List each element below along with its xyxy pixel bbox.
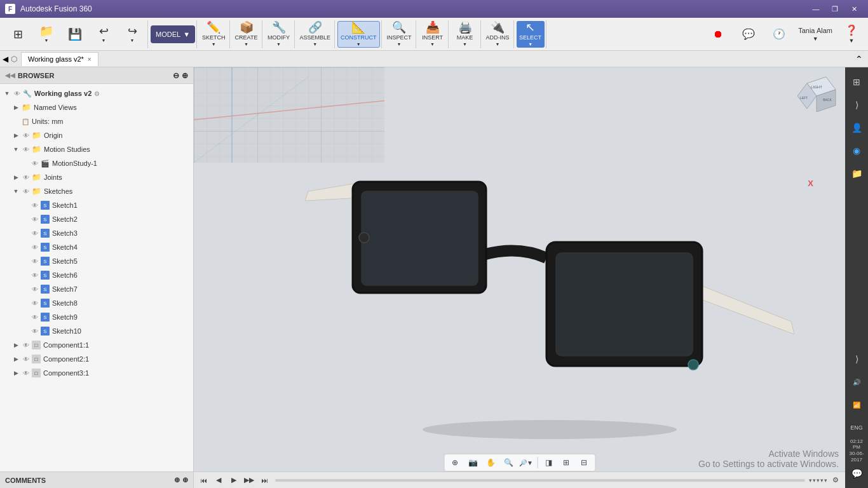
app-icon: F: [5, 4, 15, 14]
close-button[interactable]: ✕: [845, 3, 863, 15]
insert-label: INSERT: [422, 34, 443, 41]
user-button[interactable]: Tania Alam▼: [796, 21, 835, 48]
tab-back-arrow[interactable]: ◀: [3, 55, 8, 64]
tree-root[interactable]: ▼ 👁 🔧 Working glass v2 ⚙: [0, 86, 193, 100]
insert-button[interactable]: 📥 INSERT ▼: [419, 21, 447, 48]
tree-sketch-5[interactable]: 👁 S Sketch5: [0, 254, 193, 268]
view-button[interactable]: ⊟: [576, 456, 592, 470]
tree-sketch-3-label: Sketch3: [52, 229, 78, 237]
make-button[interactable]: 🖨️ MAKE ▼: [451, 21, 479, 48]
tree-sketch-9[interactable]: 👁 S Sketch9: [0, 310, 193, 324]
tree-joints-label: Joints: [44, 173, 62, 181]
sketch-8-icon: S: [41, 299, 50, 308]
tree-joints[interactable]: ▶ 👁 📁 Joints: [0, 170, 193, 184]
active-tab[interactable]: Working glass v2* ×: [21, 52, 98, 66]
camera-button[interactable]: 📷: [465, 456, 481, 470]
construct-label: CONSTRUCT: [341, 34, 377, 41]
comments-expand-icon[interactable]: ⊕: [182, 476, 188, 484]
tree-sketch-7-label: Sketch7: [52, 285, 78, 293]
tree-sketch-7[interactable]: 👁 S Sketch7: [0, 282, 193, 296]
right-panel-chat-button[interactable]: 💬: [847, 464, 866, 483]
tree-component-2-label: Component2:1: [43, 355, 89, 363]
clock-button[interactable]: 🕐: [765, 21, 793, 48]
tree-sketch-1-label: Sketch1: [52, 201, 78, 209]
minimize-button[interactable]: —: [807, 3, 825, 15]
zoom-button[interactable]: 🔎▼: [518, 456, 534, 470]
svg-point-12: [423, 420, 677, 439]
tree-units[interactable]: 📋 Units: mm: [0, 114, 193, 128]
pan-button[interactable]: ✋: [482, 456, 499, 470]
tab-expand-button[interactable]: ⌃: [853, 54, 865, 64]
right-panel-user-button[interactable]: 👤: [847, 118, 866, 137]
tree-named-views[interactable]: ▶ 📁 Named Views: [0, 100, 193, 114]
assemble-button[interactable]: 🔗 ASSEMBLE ▼: [297, 21, 334, 48]
undo-button[interactable]: ↩▼: [90, 21, 118, 48]
x-axis-label: X: [808, 179, 813, 188]
tree-sketches[interactable]: ▼ 👁 📁 Sketches: [0, 184, 193, 198]
addins-button[interactable]: 🔌 ADD-INS ▼: [484, 21, 512, 48]
create-button[interactable]: 📦 CREATE ▼: [233, 21, 261, 48]
tree-sketches-label: Sketches: [44, 187, 72, 195]
nav-cube[interactable]: LIGHT LEFT BACK: [794, 74, 839, 118]
save-button[interactable]: 💾: [61, 21, 89, 48]
tree-sketch-2[interactable]: 👁 S Sketch2: [0, 212, 193, 226]
zoom-fit-button[interactable]: 🔍: [500, 456, 517, 470]
tree-sketch-10[interactable]: 👁 S Sketch10: [0, 324, 193, 338]
anim-play-button[interactable]: ▶: [227, 473, 241, 487]
anim-end-button[interactable]: ⏭: [257, 473, 271, 487]
sketch-10-icon: S: [41, 327, 50, 336]
redo-button[interactable]: ↪▼: [118, 21, 146, 48]
chat-button[interactable]: 💬: [735, 21, 763, 48]
browser-search-icon[interactable]: ⊖: [173, 71, 179, 80]
anim-settings-button[interactable]: ⚙: [829, 473, 843, 487]
maximize-button[interactable]: ❐: [826, 3, 844, 15]
right-panel-wifi-button[interactable]: 📶: [847, 395, 866, 414]
construct-button[interactable]: 📐 CONSTRUCT ▼: [337, 21, 380, 48]
tree-motion-study-1[interactable]: 👁 🎬 MotionStudy-1: [0, 156, 193, 170]
toolbar-group-select: ↖ SELECT ▼: [515, 20, 546, 48]
right-panel-folder-button[interactable]: 📁: [847, 164, 866, 183]
viewport[interactable]: LIGHT LEFT BACK X ⊕ 📷 ✋ 🔍 🔎▼ ◨ ⊞ ⊟ Activ…: [194, 67, 845, 488]
browser-settings-icon[interactable]: ⊕: [182, 71, 188, 80]
right-panel-time-button[interactable]: 02:12 PM30-06-2017: [847, 441, 866, 460]
tree-named-views-label: Named Views: [34, 104, 77, 111]
help-button[interactable]: ❓▼: [837, 21, 865, 48]
toolbar-group-sketch: ✏️ SKETCH ▼: [198, 20, 230, 48]
inspect-button[interactable]: 🔍 INSPECT ▼: [384, 21, 414, 48]
tree-sketch-6[interactable]: 👁 S Sketch6: [0, 268, 193, 282]
modify-button[interactable]: 🔧 MODIFY ▼: [265, 21, 293, 48]
anim-prev-button[interactable]: ◀: [212, 473, 226, 487]
right-panel-volume-button[interactable]: 🔊: [847, 372, 866, 391]
tree-motion-studies[interactable]: ▼ 👁 📁 Motion Studies: [0, 142, 193, 156]
toolbar-group-model: MODEL ▼: [149, 20, 197, 48]
sketch-button[interactable]: ✏️ SKETCH ▼: [200, 21, 228, 48]
anim-start-button[interactable]: ⏮: [196, 473, 210, 487]
tree-origin[interactable]: ▶ 👁 📁 Origin: [0, 128, 193, 142]
display-mode-button[interactable]: ◨: [540, 456, 557, 470]
right-panel-lang-button[interactable]: ENG: [847, 418, 866, 437]
tree-component-2[interactable]: ▶ 👁 □ Component2:1: [0, 352, 193, 366]
main-area: ◀◀ BROWSER ⊖ ⊕ ▼ 👁 🔧 Working glass v2 ⚙ …: [0, 67, 868, 488]
tree-component-3[interactable]: ▶ 👁 □ Component3:1: [0, 366, 193, 380]
grid-button[interactable]: ⊞: [558, 456, 574, 470]
tree-sketch-4[interactable]: 👁 S Sketch4: [0, 240, 193, 254]
anim-next-button[interactable]: ▶▶: [242, 473, 256, 487]
grid-menu-button[interactable]: ⊞: [4, 21, 32, 48]
right-panel-chevron-button[interactable]: ⟩: [847, 349, 866, 369]
file-button[interactable]: 📁▼: [32, 21, 60, 48]
record-button[interactable]: ⏺: [704, 21, 732, 48]
tree-sketch-1[interactable]: 👁 S Sketch1: [0, 198, 193, 212]
right-panel-chrome-button[interactable]: ◉: [847, 141, 866, 160]
tree-component-1[interactable]: ▶ 👁 □ Component1:1: [0, 338, 193, 352]
right-panel-grid-button[interactable]: ⊞: [847, 72, 866, 92]
select-button[interactable]: ↖ SELECT ▼: [517, 21, 545, 48]
model-dropdown[interactable]: MODEL ▼: [151, 25, 195, 43]
right-panel-expand-button[interactable]: ⟩: [847, 95, 866, 114]
tab-close-button[interactable]: ×: [88, 56, 92, 63]
tree-sketch-8[interactable]: 👁 S Sketch8: [0, 296, 193, 310]
comments-add-icon[interactable]: ⊕: [174, 476, 180, 484]
animation-timeline[interactable]: [275, 479, 805, 482]
origin-button[interactable]: ⊕: [447, 456, 463, 470]
viewport-toolbar: ⊕ 📷 ✋ 🔍 🔎▼ ◨ ⊞ ⊟: [444, 454, 595, 471]
tree-sketch-3[interactable]: 👁 S Sketch3: [0, 226, 193, 240]
